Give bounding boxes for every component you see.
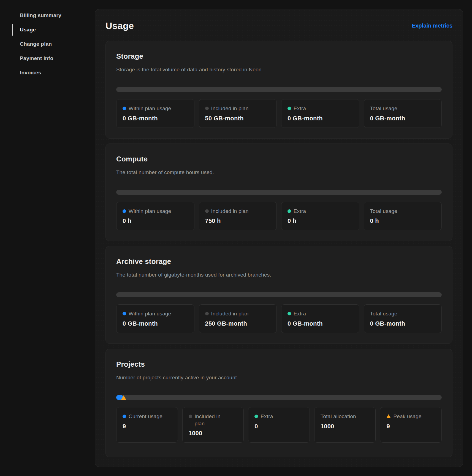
stat-label: Extra bbox=[294, 310, 306, 317]
card-description: The total number of gigabyte-months used… bbox=[116, 272, 442, 278]
stat-box-extra: Extra0 bbox=[248, 407, 310, 443]
stat-label-row: Included in plan bbox=[189, 413, 238, 427]
stat-label-row: Within plan usage bbox=[123, 208, 188, 215]
stat-value: 0 GB-month bbox=[287, 320, 353, 327]
stat-label-row: Total usage bbox=[370, 310, 436, 317]
card-title: Projects bbox=[116, 360, 442, 369]
stat-box-total-usage: Total usage0 h bbox=[364, 202, 442, 231]
stat-label: Total usage bbox=[370, 310, 397, 317]
stat-box-extra: Extra0 GB-month bbox=[281, 99, 359, 128]
page-title: Usage bbox=[105, 20, 134, 31]
stat-label: Total allocation bbox=[321, 413, 356, 420]
gray-dot-icon bbox=[205, 312, 209, 315]
stat-label-row: Peak usage bbox=[386, 413, 435, 420]
usage-panel: Usage Explain metrics StorageStorage is … bbox=[95, 9, 463, 467]
progress-track bbox=[116, 395, 442, 400]
progress-track bbox=[116, 87, 442, 92]
stat-box-extra: Extra0 h bbox=[281, 202, 359, 231]
stat-value: 0 GB-month bbox=[123, 320, 188, 327]
stat-box-included-in-plan: Included in plan1000 bbox=[182, 407, 244, 443]
stat-label: Included in plan bbox=[211, 105, 249, 112]
card-description: The total number of compute hours used. bbox=[116, 169, 442, 175]
stat-label-row: Extra bbox=[254, 413, 303, 420]
stat-value: 0 h bbox=[370, 217, 436, 225]
stat-label-row: Included in plan bbox=[205, 208, 271, 215]
blue-dot-icon bbox=[123, 209, 126, 213]
stats-row: Within plan usage0 GB-monthIncluded in p… bbox=[116, 304, 442, 333]
stat-label: Total usage bbox=[370, 208, 397, 215]
sidebar-item-usage[interactable]: Usage bbox=[13, 23, 84, 37]
stat-value: 50 GB-month bbox=[205, 115, 271, 122]
stat-label-row: Included in plan bbox=[205, 310, 271, 317]
stat-label: Extra bbox=[261, 413, 273, 420]
blue-dot-icon bbox=[123, 312, 126, 315]
explain-metrics-link[interactable]: Explain metrics bbox=[412, 23, 452, 29]
gray-dot-icon bbox=[189, 415, 192, 418]
billing-sidebar: Billing summaryUsageChange planPayment i… bbox=[13, 8, 84, 80]
stats-row: Within plan usage0 GB-monthIncluded in p… bbox=[116, 99, 442, 128]
stat-label-row: Within plan usage bbox=[123, 310, 188, 317]
blue-dot-icon bbox=[123, 415, 126, 418]
stat-box-total-allocation: Total allocation1000 bbox=[314, 407, 376, 443]
stats-row: Within plan usage0 hIncluded in plan750 … bbox=[116, 202, 442, 231]
stat-label-row: Extra bbox=[287, 105, 353, 112]
stat-value: 0 GB-month bbox=[123, 115, 188, 122]
stat-label-row: Total usage bbox=[370, 105, 436, 112]
stat-value: 9 bbox=[386, 423, 435, 430]
blue-dot-icon bbox=[123, 107, 126, 110]
card-storage: StorageStorage is the total volume of da… bbox=[105, 41, 452, 139]
stat-value: 0 h bbox=[287, 217, 353, 225]
peak-triangle-icon bbox=[386, 414, 391, 418]
gray-dot-icon bbox=[205, 107, 209, 110]
stat-label: Total usage bbox=[370, 105, 397, 112]
stat-value: 0 bbox=[254, 423, 303, 430]
stat-label-row: Extra bbox=[287, 208, 353, 215]
green-dot-icon bbox=[287, 107, 291, 110]
sidebar-item-change-plan[interactable]: Change plan bbox=[13, 37, 84, 51]
stat-box-within-plan-usage: Within plan usage0 h bbox=[116, 202, 194, 231]
stat-box-extra: Extra0 GB-month bbox=[281, 304, 359, 333]
stat-label: Extra bbox=[294, 208, 306, 215]
stat-box-included-in-plan: Included in plan250 GB-month bbox=[199, 304, 277, 333]
progress-track bbox=[116, 292, 442, 297]
stat-box-current-usage: Current usage9 bbox=[116, 407, 178, 443]
card-compute: ComputeThe total number of compute hours… bbox=[105, 144, 452, 241]
sidebar-item-payment-info[interactable]: Payment info bbox=[13, 51, 84, 66]
stat-label: Included in plan bbox=[211, 208, 249, 215]
active-tab-indicator bbox=[12, 24, 13, 36]
card-title: Compute bbox=[116, 155, 442, 163]
peak-marker-icon bbox=[121, 395, 126, 400]
stat-box-included-in-plan: Included in plan50 GB-month bbox=[199, 99, 277, 128]
stat-label: Peak usage bbox=[393, 413, 421, 420]
stat-value: 0 GB-month bbox=[287, 115, 353, 122]
stat-value: 9 bbox=[123, 423, 172, 430]
stat-value: 750 h bbox=[205, 217, 271, 225]
stat-box-within-plan-usage: Within plan usage0 GB-month bbox=[116, 99, 194, 128]
stat-label: Included in plan bbox=[195, 413, 226, 427]
stat-label: Within plan usage bbox=[129, 208, 171, 215]
sidebar-item-label: Invoices bbox=[20, 70, 41, 76]
card-archive-storage: Archive storageThe total number of gigab… bbox=[105, 246, 452, 344]
stat-label-row: Extra bbox=[287, 310, 353, 317]
stats-row: Current usage9Included in plan1000Extra0… bbox=[116, 407, 442, 443]
stat-label: Current usage bbox=[129, 413, 162, 420]
green-dot-icon bbox=[287, 209, 291, 213]
stat-box-peak-usage: Peak usage9 bbox=[380, 407, 442, 443]
stat-label-row: Within plan usage bbox=[123, 105, 188, 112]
stat-label-row: Total allocation bbox=[321, 413, 370, 420]
sidebar-item-label: Payment info bbox=[20, 55, 53, 61]
stat-value: 0 GB-month bbox=[370, 320, 436, 327]
stat-label: Extra bbox=[294, 105, 306, 112]
stat-label-row: Current usage bbox=[123, 413, 172, 420]
panel-header: Usage Explain metrics bbox=[105, 18, 452, 34]
sidebar-item-billing-summary[interactable]: Billing summary bbox=[13, 8, 84, 23]
green-dot-icon bbox=[287, 312, 291, 315]
sidebar-item-invoices[interactable]: Invoices bbox=[13, 66, 84, 80]
card-description: Number of projects currently active in y… bbox=[116, 375, 442, 381]
stat-box-included-in-plan: Included in plan750 h bbox=[199, 202, 277, 231]
stat-label-row: Included in plan bbox=[205, 105, 271, 112]
sidebar-item-label: Billing summary bbox=[20, 12, 61, 18]
stat-label-row: Total usage bbox=[370, 208, 436, 215]
stat-value: 1000 bbox=[321, 423, 370, 430]
card-projects: ProjectsNumber of projects currently act… bbox=[105, 349, 452, 457]
